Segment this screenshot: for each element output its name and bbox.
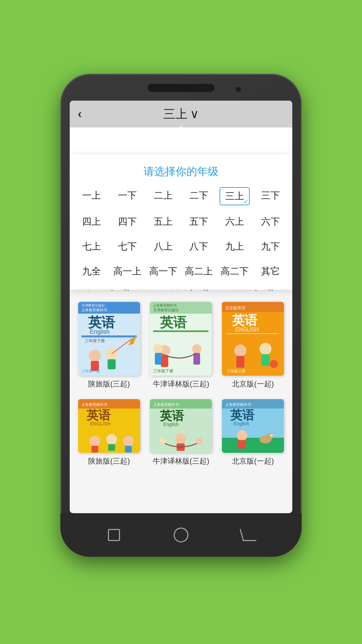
book-row-2: 天津教育出版社 义务教育教科书 英语 English 三年级下册	[76, 302, 286, 389]
book-cover-shaanlu-2: 天津教育出版社 义务教育教科书 英语 English 三年级下册	[78, 302, 140, 376]
grade-item-8xia[interactable]: 八下	[184, 238, 214, 255]
book-cover-niujin-3: 义务教育教科书 英语 English	[150, 399, 212, 453]
book-item-shaanlu-2[interactable]: 天津教育出版社 义务教育教科书 英语 English 三年级下册	[76, 302, 142, 389]
svg-point-43	[89, 350, 101, 362]
dropdown-pointer	[177, 126, 185, 131]
dropdown-title: 请选择你的年级	[76, 164, 286, 179]
svg-point-101	[237, 430, 247, 441]
back-button[interactable]: ‹	[78, 107, 82, 121]
svg-text:天津教育出版社: 天津教育出版社	[81, 304, 105, 307]
grade-dropdown: 请选择你的年级 一上 一下 二上 二下 三上 三下 四上 四下 五上 五下 六上…	[70, 154, 292, 290]
nav-home-button[interactable]	[171, 528, 191, 542]
grade-item-3xia[interactable]: 三下	[255, 187, 286, 205]
book-item-beijing-2[interactable]: 北京版英语 英语 ENGLISH	[220, 302, 286, 389]
svg-text:义务教育教科书: 义务教育教科书	[81, 402, 107, 407]
phone-shell: ‹ 三上 ∨ 请选择你的年级 一上 一下 二上 二下 三上	[60, 74, 302, 557]
grade-item-6shang[interactable]: 六上	[220, 213, 250, 230]
grade-item-other[interactable]: 其它	[255, 263, 286, 280]
grade-item-4shang[interactable]: 四上	[76, 213, 107, 230]
svg-point-84	[123, 436, 134, 446]
book-label-beijing-3: 北京版(一起)	[232, 456, 274, 466]
svg-text:英语: 英语	[160, 315, 187, 330]
svg-text:三年级下册: 三年级下册	[85, 338, 105, 343]
grade-item-3shang[interactable]: 三上	[220, 187, 250, 205]
svg-text:义务教育教科书: 义务教育教科书	[153, 304, 177, 307]
grade-item-9shang[interactable]: 九上	[220, 238, 250, 255]
grade-dropdown-overlay: 请选择你的年级 一上 一下 二上 二下 三上 三下 四上 四下 五上 五下 六上…	[70, 127, 292, 231]
svg-point-82	[106, 434, 117, 445]
svg-rect-83	[108, 444, 115, 451]
svg-point-69	[234, 344, 246, 357]
grade-item-g1shang[interactable]: 高一上	[112, 263, 143, 280]
svg-text:English: English	[90, 328, 110, 335]
grade-item-2xia[interactable]: 二下	[184, 187, 214, 205]
home-icon	[174, 528, 188, 542]
back-icon	[240, 529, 256, 541]
svg-rect-102	[238, 440, 245, 448]
grade-item-7shang[interactable]: 七上	[76, 238, 107, 255]
phone-camera	[235, 87, 241, 93]
phone-screen: ‹ 三上 ∨ 请选择你的年级 一上 一下 二上 二下 三上	[70, 101, 292, 513]
svg-text:三年级上册: 三年级上册	[227, 369, 245, 373]
grade-item-9xia[interactable]: 九下	[255, 238, 286, 255]
book-cover-shaanlu-3: 义务教育教科书 英语 ENGLISH	[78, 399, 140, 453]
header-title[interactable]: 三上 ∨	[163, 106, 199, 122]
grade-item-8shang[interactable]: 八上	[148, 238, 178, 255]
nav-recents-button[interactable]	[104, 528, 124, 542]
recents-icon	[108, 529, 120, 541]
svg-rect-46	[108, 359, 116, 369]
svg-point-71	[259, 343, 272, 355]
nav-back-button[interactable]	[238, 528, 258, 542]
book-label-shaanlu-3: 陕旅版(三起)	[88, 456, 130, 466]
grade-item-5xia[interactable]: 五下	[184, 213, 214, 230]
svg-point-73	[270, 360, 278, 368]
svg-text:英语: 英语	[160, 409, 184, 423]
grade-item-1shang[interactable]: 一上	[76, 187, 107, 205]
grade-item-6xia[interactable]: 六下	[255, 213, 286, 230]
svg-text:义务教育教科书: 义务教育教科书	[81, 308, 107, 312]
svg-point-58	[154, 344, 163, 354]
svg-text:ENGLISH: ENGLISH	[90, 421, 110, 426]
svg-rect-70	[236, 356, 244, 368]
grade-item-4xia[interactable]: 四下	[112, 213, 143, 230]
svg-text:ENGLISH: ENGLISH	[235, 327, 259, 332]
grade-item-2shang[interactable]: 二上	[148, 187, 178, 205]
svg-rect-81	[92, 446, 98, 452]
grade-item-7xia[interactable]: 七下	[112, 238, 143, 255]
svg-rect-57	[161, 355, 168, 367]
book-item-niujin-2[interactable]: 义务教育教科书 天津教育出版社 英语	[148, 302, 214, 389]
dropdown-arrow-icon: ∨	[190, 107, 199, 121]
book-item-shaanlu-3[interactable]: 义务教育教科书 英语 ENGLISH	[76, 399, 142, 466]
svg-point-93	[159, 438, 166, 444]
grade-item-g1xia[interactable]: 高一下	[148, 263, 178, 280]
svg-text:英语: 英语	[88, 315, 115, 330]
book-label-niujin-3: 牛津译林版(三起)	[153, 456, 209, 466]
book-label-shaanlu-2: 陕旅版(三起)	[88, 379, 130, 389]
book-label-beijing-2: 北京版(一起)	[232, 379, 274, 389]
svg-text:English: English	[234, 421, 249, 426]
svg-text:义务教育教科书: 义务教育教科书	[153, 402, 179, 407]
grade-item-5shang[interactable]: 五上	[148, 213, 178, 230]
svg-point-60	[192, 344, 201, 354]
svg-text:义务教育教科书: 义务教育教科书	[225, 402, 251, 407]
phone-bottom-nav	[60, 513, 302, 557]
svg-point-80	[89, 436, 100, 446]
grade-item-9all[interactable]: 九全	[76, 263, 107, 280]
book-item-niujin-3[interactable]: 义务教育教科书 英语 English 牛津译林版(三	[148, 399, 214, 466]
svg-text:英语: 英语	[232, 313, 258, 327]
svg-text:English: English	[163, 422, 179, 427]
svg-rect-55	[153, 330, 208, 332]
book-cover-niujin-2: 义务教育教科书 天津教育出版社 英语	[150, 302, 212, 376]
grade-item-g2xia[interactable]: 高二下	[220, 263, 250, 280]
grade-item-1xia[interactable]: 一下	[112, 187, 143, 205]
book-item-beijing-3[interactable]: 义务教育教科书 英语 English	[220, 399, 286, 466]
svg-rect-59	[155, 353, 162, 365]
svg-text:北京版英语: 北京版英语	[225, 306, 245, 310]
svg-rect-85	[125, 446, 132, 452]
grade-grid: 一上 一下 二上 二下 三上 三下 四上 四下 五上 五下 六上 六下 七上 七…	[76, 187, 286, 280]
svg-text:天津教育出版社: 天津教育出版社	[153, 308, 179, 312]
svg-rect-100	[222, 438, 284, 453]
grade-item-g2shang[interactable]: 高二上	[184, 263, 214, 280]
svg-point-94	[196, 438, 202, 444]
svg-point-105	[270, 434, 273, 437]
